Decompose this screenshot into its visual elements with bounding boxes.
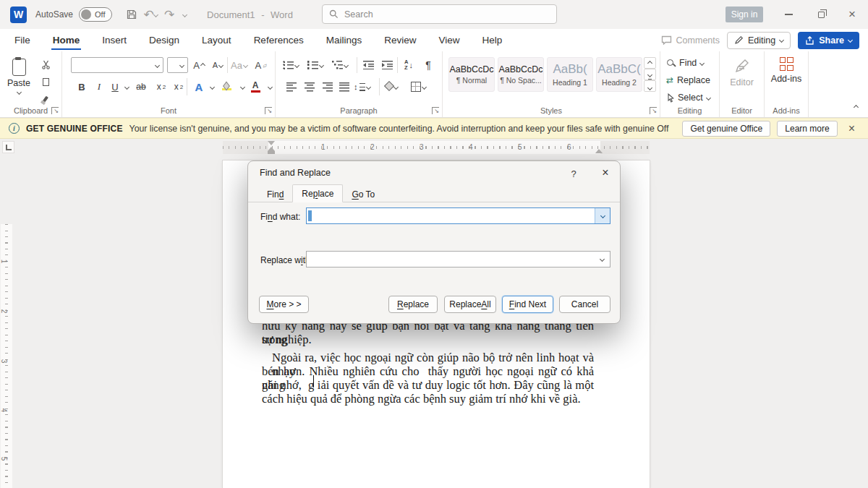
undo-button[interactable]: ↶	[141, 5, 160, 24]
decrease-indent-button[interactable]	[360, 57, 376, 73]
font-color-button[interactable]: A	[247, 79, 263, 95]
multilevel-list-button[interactable]	[332, 57, 348, 73]
autosave-toggle[interactable]: Off	[79, 7, 112, 22]
align-center-button[interactable]	[302, 79, 318, 95]
dialog-tab-goto[interactable]: Go To	[343, 187, 383, 202]
sort-button[interactable]: AZ ↓	[401, 57, 417, 73]
font-name-combo[interactable]	[71, 57, 163, 73]
font-dialog-launcher[interactable]: ↘	[265, 107, 272, 114]
bullets-button[interactable]	[283, 57, 299, 73]
tab-review[interactable]: Review	[383, 30, 417, 51]
quick-access-menu-button[interactable]	[183, 8, 187, 21]
select-button[interactable]: Select	[666, 90, 710, 105]
bold-button[interactable]: B	[74, 79, 90, 95]
style-heading-2[interactable]: AaBbC( Heading 2	[596, 57, 642, 92]
format-painter-button[interactable]	[38, 92, 54, 106]
replace-all-button[interactable]: Replace All	[444, 296, 496, 313]
find-button[interactable]: Find	[666, 56, 704, 70]
editor-pencil-icon	[733, 57, 751, 74]
align-left-button[interactable]	[284, 79, 299, 95]
right-indent-marker[interactable]	[595, 149, 603, 153]
learn-more-button[interactable]: Learn more	[777, 121, 837, 137]
shading-button[interactable]	[383, 79, 399, 95]
tab-stop-selector[interactable]	[2, 141, 14, 153]
borders-button[interactable]	[410, 79, 426, 95]
superscript-button[interactable]: x2	[171, 79, 187, 95]
document-line[interactable]: ghi nhớ, g iải quyết vấn đề và tư duy lo…	[262, 378, 594, 392]
collapse-ribbon-button[interactable]	[854, 98, 858, 111]
paragraph-dialog-launcher[interactable]: ↘	[432, 107, 439, 114]
banner-close-button[interactable]: ×	[844, 122, 859, 135]
styles-gallery-button[interactable]	[644, 80, 656, 92]
cancel-button[interactable]: Cancel	[559, 296, 610, 313]
save-button[interactable]	[122, 5, 141, 24]
document-line[interactable]: cách hiệu quả để phòng ngừa các bệnh suy…	[262, 392, 594, 406]
show-formatting-button[interactable]: ¶	[420, 57, 436, 73]
dialog-close-button[interactable]: ×	[597, 164, 614, 181]
line-spacing-button[interactable]: ↕	[354, 79, 370, 95]
share-button[interactable]: Share	[798, 32, 859, 49]
document-line[interactable]: sự nghiệp.	[262, 333, 594, 346]
addins-button[interactable]: Add-ins	[765, 57, 808, 84]
minimize-button[interactable]	[778, 5, 799, 24]
subscript-button[interactable]: x2	[153, 79, 169, 95]
font-size-combo[interactable]	[167, 57, 188, 73]
tab-insert[interactable]: Insert	[101, 30, 128, 51]
clear-formatting-button[interactable]: A▱	[253, 57, 269, 73]
strikethrough-button[interactable]: ab	[133, 79, 149, 95]
chevron-down-icon	[243, 62, 248, 67]
replace-icon: ⇄	[666, 76, 673, 85]
sign-in-button[interactable]: Sign in	[726, 7, 763, 22]
editing-mode-button[interactable]: Editing	[727, 32, 791, 49]
gallery-more-icon	[648, 79, 652, 93]
dialog-help-button[interactable]: ?	[566, 166, 581, 181]
editor-button[interactable]: Editor	[720, 57, 764, 87]
redo-button[interactable]: ↷	[160, 5, 179, 24]
paste-button[interactable]: Paste	[4, 57, 33, 112]
find-what-input[interactable]	[306, 207, 610, 224]
first-line-indent-marker[interactable]	[268, 141, 275, 145]
text-effects-menu-button[interactable]	[204, 79, 220, 95]
numbering-button[interactable]	[307, 57, 323, 73]
tab-design[interactable]: Design	[148, 30, 181, 51]
underline-menu-button[interactable]	[119, 79, 135, 95]
tab-view[interactable]: View	[437, 30, 461, 51]
tab-file[interactable]: File	[13, 30, 32, 51]
justify-button[interactable]	[336, 79, 352, 95]
replace-with-dropdown-button[interactable]	[595, 252, 610, 267]
close-window-button[interactable]: ×	[842, 5, 862, 24]
style-heading-1[interactable]: AaBb( Heading 1	[547, 57, 593, 92]
dialog-tab-find[interactable]: Find	[258, 187, 292, 202]
find-next-button[interactable]: Find Next	[502, 296, 553, 313]
left-indent-marker[interactable]	[268, 151, 275, 154]
tab-layout[interactable]: Layout	[200, 30, 233, 51]
tab-help[interactable]: Help	[481, 30, 504, 51]
shrink-font-button[interactable]: A	[210, 57, 226, 73]
copy-button[interactable]	[38, 74, 54, 89]
get-genuine-office-button[interactable]: Get genuine Office	[682, 121, 770, 137]
grow-font-button[interactable]: A	[191, 57, 207, 73]
style-normal[interactable]: AaBbCcDc ¶ Normal	[448, 57, 495, 92]
cut-button[interactable]	[38, 57, 54, 72]
highlight-button[interactable]	[218, 79, 234, 95]
style-no-spacing[interactable]: AaBbCcDc ¶ No Spac...	[498, 57, 544, 92]
align-right-button[interactable]	[320, 79, 336, 95]
more-button[interactable]: More > >	[259, 296, 309, 313]
increase-indent-button[interactable]	[379, 57, 395, 73]
replace-button[interactable]: ⇄ Replace	[666, 73, 710, 87]
replace-with-input[interactable]	[306, 251, 610, 267]
find-what-dropdown-button[interactable]	[595, 208, 610, 223]
dialog-tab-replace[interactable]: Replace	[292, 184, 343, 202]
search-input[interactable]: Search	[322, 4, 557, 24]
replace-action-button[interactable]: Replace	[388, 296, 438, 313]
comments-button[interactable]: Comments	[661, 35, 720, 46]
change-case-button[interactable]: Aa	[231, 57, 247, 73]
italic-button[interactable]: I	[91, 79, 107, 95]
tab-home[interactable]: Home	[51, 30, 82, 51]
clipboard-dialog-launcher[interactable]: ↘	[51, 107, 59, 114]
styles-scroll-up-button[interactable]	[644, 57, 656, 69]
styles-dialog-launcher[interactable]: ↘	[650, 107, 657, 114]
tab-mailings[interactable]: Mailings	[325, 30, 364, 51]
tab-references[interactable]: References	[252, 30, 305, 51]
restore-button[interactable]	[811, 5, 831, 24]
